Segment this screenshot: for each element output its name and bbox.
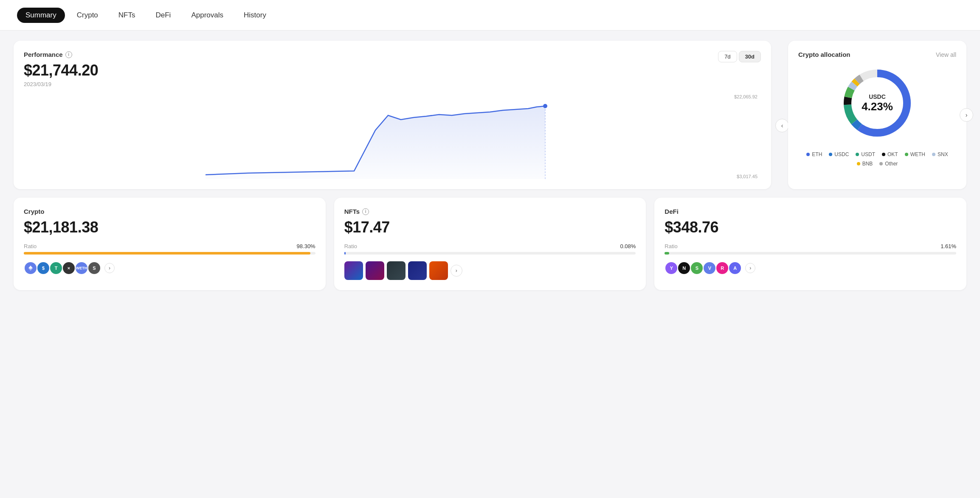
chart-low-label: $3,017.45 bbox=[737, 174, 758, 179]
allocation-card: Crypto allocation View all bbox=[788, 41, 966, 189]
nfts-card-amount: $17.47 bbox=[344, 218, 636, 236]
defi-token-6[interactable]: A bbox=[728, 261, 742, 275]
top-row: Performance i $21,744.20 2023/03/19 7d 3… bbox=[14, 41, 966, 189]
nav-approvals[interactable]: Approvals bbox=[183, 8, 232, 23]
nfts-chevron[interactable]: › bbox=[451, 265, 462, 277]
view-all-btn[interactable]: View all bbox=[936, 51, 956, 58]
time-30d[interactable]: 30d bbox=[739, 51, 761, 62]
legend-snx-label: SNX bbox=[938, 151, 948, 157]
token-eth[interactable] bbox=[24, 261, 37, 275]
time-7d[interactable]: 7d bbox=[718, 51, 737, 62]
nfts-ratio-pct: 0.08% bbox=[620, 243, 636, 249]
performance-chart bbox=[24, 94, 727, 179]
nfts-ratio-label: Ratio bbox=[344, 243, 357, 249]
crypto-tokens-chevron[interactable]: › bbox=[104, 263, 115, 273]
token-okt[interactable]: × bbox=[62, 261, 76, 275]
carousel-left-btn[interactable]: ‹ bbox=[775, 119, 789, 132]
defi-token-2[interactable]: N bbox=[677, 261, 691, 275]
legend-weth-label: WETH bbox=[910, 151, 925, 157]
legend-snx-dot bbox=[932, 153, 935, 156]
chart-area: $22,065.92 bbox=[24, 94, 761, 179]
nfts-progress-bg bbox=[344, 252, 636, 255]
crypto-card-amount: $21,181.38 bbox=[24, 218, 315, 236]
legend-weth: WETH bbox=[905, 151, 925, 157]
performance-card: Performance i $21,744.20 2023/03/19 7d 3… bbox=[14, 41, 771, 189]
nav-history[interactable]: History bbox=[235, 8, 275, 23]
crypto-progress-fill bbox=[24, 252, 310, 255]
legend-usdt-dot bbox=[856, 153, 859, 156]
defi-token-3[interactable]: S bbox=[690, 261, 704, 275]
chart-area-fill bbox=[206, 106, 545, 179]
defi-ratio-label: Ratio bbox=[665, 243, 677, 249]
nft-thumb-row: › bbox=[344, 261, 636, 280]
token-weth[interactable]: WETH bbox=[75, 261, 88, 275]
legend-usdt-label: USDT bbox=[861, 151, 875, 157]
nft-thumb-3[interactable] bbox=[387, 261, 406, 280]
legend-usdt: USDT bbox=[856, 151, 875, 157]
crypto-ratio-row: Ratio 98.30% bbox=[24, 243, 315, 249]
nav-summary[interactable]: Summary bbox=[17, 8, 65, 23]
defi-ratio-pct: 1.61% bbox=[941, 243, 956, 249]
defi-progress-bg bbox=[665, 252, 956, 255]
legend-other: Other bbox=[879, 161, 898, 167]
defi-token-4[interactable]: V bbox=[703, 261, 716, 275]
top-nav: Summary Crypto NFTs DeFi Approvals Histo… bbox=[0, 0, 980, 31]
legend-other-label: Other bbox=[885, 161, 898, 167]
defi-token-1[interactable]: Y bbox=[665, 261, 678, 275]
nft-thumb-1[interactable] bbox=[344, 261, 363, 280]
carousel-right-btn[interactable]: › bbox=[960, 108, 973, 122]
legend-usdc-label: USDC bbox=[834, 151, 849, 157]
legend-okt-label: OKT bbox=[887, 151, 898, 157]
defi-bottom-card: DeFi $348.76 Ratio 1.61% Y N S V R A › bbox=[654, 198, 966, 290]
legend-bnb-label: BNB bbox=[862, 161, 873, 167]
nfts-bottom-card: NFTs i $17.47 Ratio 0.08% › bbox=[334, 198, 646, 290]
defi-card-title: DeFi bbox=[665, 208, 956, 215]
allocation-header: Crypto allocation View all bbox=[798, 51, 956, 58]
defi-card-amount: $348.76 bbox=[665, 218, 956, 236]
crypto-progress-bg bbox=[24, 252, 315, 255]
nft-thumb-5[interactable] bbox=[429, 261, 448, 280]
allocation-title: Crypto allocation bbox=[798, 51, 850, 58]
nft-thumb-4[interactable] bbox=[408, 261, 427, 280]
nav-nfts[interactable]: NFTs bbox=[110, 8, 144, 23]
svg-marker-9 bbox=[28, 266, 33, 269]
legend-eth-label: ETH bbox=[812, 151, 822, 157]
defi-tokens-chevron[interactable]: › bbox=[745, 263, 755, 273]
performance-info-icon[interactable]: i bbox=[65, 51, 72, 58]
legend-eth: ETH bbox=[806, 151, 822, 157]
nft-thumb-2[interactable] bbox=[366, 261, 384, 280]
donut-center: USDC 4.23% bbox=[862, 93, 893, 113]
performance-date: 2023/03/19 bbox=[24, 81, 761, 87]
legend-bnb: BNB bbox=[857, 161, 873, 167]
token-snx[interactable]: S bbox=[87, 261, 101, 275]
nav-defi[interactable]: DeFi bbox=[147, 8, 179, 23]
legend-snx: SNX bbox=[932, 151, 948, 157]
crypto-bottom-card: Crypto $21,181.38 Ratio 98.30% $ T × WET… bbox=[14, 198, 326, 290]
nfts-progress-fill bbox=[344, 252, 346, 255]
bottom-row: Crypto $21,181.38 Ratio 98.30% $ T × WET… bbox=[14, 198, 966, 290]
token-usdt[interactable]: T bbox=[49, 261, 63, 275]
crypto-card-title: Crypto bbox=[24, 208, 315, 215]
nfts-info-icon[interactable]: i bbox=[362, 208, 369, 215]
legend-okt-dot bbox=[882, 153, 885, 156]
defi-token-5[interactable]: R bbox=[715, 261, 729, 275]
main-content: Performance i $21,744.20 2023/03/19 7d 3… bbox=[0, 31, 980, 300]
defi-ratio-row: Ratio 1.61% bbox=[665, 243, 956, 249]
nav-crypto[interactable]: Crypto bbox=[68, 8, 107, 23]
performance-title: Performance i bbox=[24, 51, 761, 58]
nfts-ratio-row: Ratio 0.08% bbox=[344, 243, 636, 249]
donut-container: USDC 4.23% bbox=[798, 65, 956, 141]
legend-eth-dot bbox=[806, 153, 810, 156]
legend-okt: OKT bbox=[882, 151, 898, 157]
legend-usdc-dot bbox=[829, 153, 832, 156]
crypto-token-icons: $ T × WETH S › bbox=[24, 261, 315, 275]
legend-weth-dot bbox=[905, 153, 908, 156]
token-usdc[interactable]: $ bbox=[37, 261, 50, 275]
defi-token-icons: Y N S V R A › bbox=[665, 261, 956, 275]
defi-progress-fill bbox=[665, 252, 669, 255]
legend-other-dot bbox=[879, 162, 883, 165]
time-buttons: 7d 30d bbox=[718, 51, 761, 62]
donut-pct: 4.23% bbox=[862, 100, 893, 113]
legend-bnb-dot bbox=[857, 162, 860, 165]
crypto-ratio-label: Ratio bbox=[24, 243, 37, 249]
